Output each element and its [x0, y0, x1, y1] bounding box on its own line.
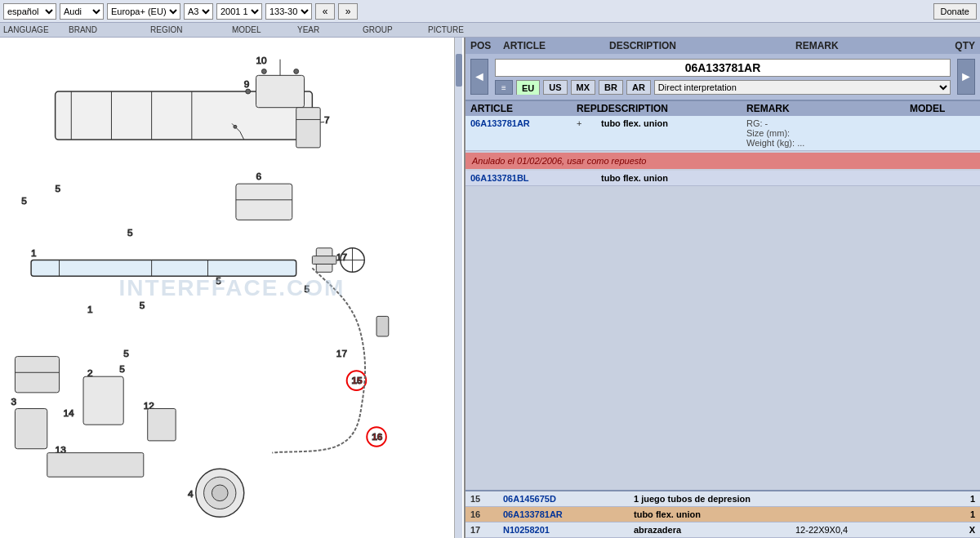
header-qty: QTY: [942, 40, 975, 51]
svg-text:5: 5: [140, 299, 145, 310]
svg-text:5: 5: [123, 347, 129, 358]
language-label: LANGUAGE: [3, 25, 69, 34]
svg-text:9: 9: [244, 78, 250, 90]
svg-text:15: 15: [352, 375, 363, 386]
article-16: 06A133781AR: [503, 509, 609, 519]
bottom-row-16[interactable]: 16 06A133781AR tubo flex. union 1: [466, 507, 980, 522]
svg-text:10: 10: [256, 54, 268, 65]
desc-15: 1 juego tubos de depresion: [634, 494, 795, 504]
right-panel-headers: POS ARTICLE DESCRIPTION REMARK QTY: [466, 38, 980, 54]
brand-select[interactable]: AudiVWSeatSkoda: [60, 3, 104, 20]
right-panel: POS ARTICLE DESCRIPTION REMARK QTY ◄ ≡ E…: [466, 38, 980, 538]
svg-point-59: [234, 125, 237, 128]
part-nav-right-button[interactable]: ►: [957, 59, 975, 95]
part-detail-center: ≡ EU US MX BR AR Direct interpretationCr…: [495, 59, 951, 95]
subheader-remark: REMARK: [746, 103, 910, 114]
tab-US[interactable]: US: [543, 80, 567, 95]
bottom-row-15[interactable]: 15 06A145675D 1 juego tubos de depresion…: [466, 491, 980, 507]
subheader-article: ARTICLE: [470, 103, 577, 114]
svg-text:1: 1: [87, 303, 93, 314]
bottom-row-17[interactable]: 17 N10258201 abrazadera 12-22X9X0,4 X: [466, 522, 980, 538]
subheader-repl: REPL: [577, 103, 601, 114]
donate-button[interactable]: Donate: [933, 3, 977, 20]
group-select[interactable]: 133-30133-10133-20: [265, 3, 312, 20]
svg-text:5: 5: [21, 194, 27, 206]
picture-label: PICTURE: [428, 25, 477, 34]
region-select[interactable]: Europa+ (EU)USMXBR: [107, 3, 180, 20]
desc-2: tubo flex. union: [601, 173, 975, 183]
model-label: MODEL: [232, 25, 297, 34]
article-row-2[interactable]: 06A133781BL tubo flex. union: [466, 171, 980, 186]
svg-text:17: 17: [336, 251, 347, 262]
remark-1: RG: - Size (mm): Weight (kg): ...: [746, 118, 910, 148]
tabs-row: ≡ EU US MX BR AR Direct interpretationCr…: [495, 80, 951, 95]
svg-rect-17: [236, 184, 292, 220]
pos-15: 15: [470, 494, 503, 504]
subheader-desc: DESCRIPTION: [601, 103, 746, 114]
pos-17: 17: [470, 525, 503, 535]
svg-text:7: 7: [324, 114, 330, 126]
svg-point-8: [294, 69, 299, 73]
svg-text:5: 5: [56, 182, 61, 193]
article-row-1[interactable]: 06A133781AR + tubo flex. union RG: - Siz…: [466, 116, 980, 151]
subheader-model: MODEL: [910, 103, 975, 114]
svg-text:5: 5: [216, 275, 221, 287]
svg-text:17: 17: [336, 347, 347, 358]
year-select[interactable]: 2001 12000 11999 1: [216, 3, 262, 20]
svg-text:5: 5: [119, 363, 125, 375]
svg-point-7: [261, 69, 266, 73]
prev-button[interactable]: «: [315, 3, 335, 20]
svg-text:6: 6: [256, 171, 262, 182]
svg-text:14: 14: [63, 407, 74, 419]
desc-17: abrazadera: [634, 525, 795, 535]
model-select[interactable]: A3A4A6TT: [184, 3, 213, 20]
scroll-thumb[interactable]: [456, 54, 462, 87]
svg-rect-5: [256, 75, 305, 107]
next-button[interactable]: »: [338, 3, 358, 20]
svg-rect-43: [15, 356, 59, 392]
header-pos: POS: [470, 40, 503, 51]
article-15: 06A145675D: [503, 494, 609, 504]
toolbar: españolEnglishFrançaisDeutsch AudiVWSeat…: [0, 0, 980, 23]
svg-text:5: 5: [127, 227, 133, 238]
menu-button[interactable]: ≡: [495, 80, 513, 95]
svg-text:5: 5: [305, 282, 310, 294]
svg-rect-14: [296, 107, 321, 147]
pos-16: 16: [470, 509, 503, 519]
scroll-bar[interactable]: [454, 38, 462, 538]
header-remark: REMARK: [795, 40, 942, 51]
part-nav-left-button[interactable]: ◄: [470, 59, 488, 95]
tab-MX[interactable]: MX: [571, 80, 596, 95]
svg-rect-29: [31, 260, 296, 276]
main-layout: 10 9 7 6 5 5 5: [0, 38, 980, 538]
brand-label: BRAND: [69, 25, 150, 34]
language-select[interactable]: españolEnglishFrançaisDeutsch: [3, 3, 56, 20]
qty-15: 1: [942, 494, 975, 504]
year-label: YEAR: [297, 25, 363, 34]
header-description: DESCRIPTION: [609, 40, 795, 51]
tab-AR[interactable]: AR: [626, 80, 651, 95]
remark-17: 12-22X9X0,4: [795, 525, 942, 535]
qty-17: X: [942, 525, 975, 535]
desc-1: tubo flex. union: [601, 118, 746, 128]
svg-text:1: 1: [31, 247, 37, 258]
interpretation-dropdown[interactable]: Direct interpretationCross reference: [654, 80, 951, 95]
region-label: REGION: [150, 25, 232, 34]
svg-text:3: 3: [11, 395, 17, 407]
article-17: N10258201: [503, 525, 609, 535]
svg-rect-51: [148, 408, 176, 440]
svg-rect-33: [312, 256, 336, 264]
article-number-2: 06A133781BL: [470, 173, 577, 183]
diagram-panel: 10 9 7 6 5 5 5: [0, 38, 466, 538]
tab-BR[interactable]: BR: [599, 80, 623, 95]
repl-1: +: [577, 118, 601, 128]
group-label: GROUP: [363, 25, 428, 34]
svg-point-11: [246, 89, 251, 94]
svg-text:4: 4: [188, 487, 194, 499]
article-number-input[interactable]: [495, 59, 951, 77]
article-number-1: 06A133781AR: [470, 118, 577, 128]
bottom-table: 15 06A145675D 1 juego tubos de depresion…: [466, 490, 980, 538]
anulado-banner: Anulado el 01/02/2006, usar como repuest…: [466, 153, 980, 169]
tab-EU[interactable]: EU: [516, 80, 540, 95]
column-labels: LANGUAGE BRAND REGION MODEL YEAR GROUP P…: [0, 23, 980, 38]
